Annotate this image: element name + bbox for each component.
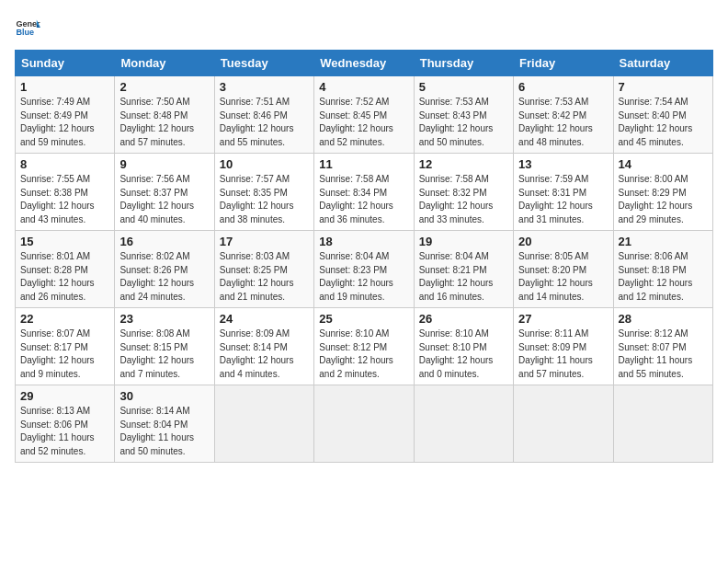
- svg-text:Blue: Blue: [16, 28, 34, 37]
- day-number: 1: [20, 80, 109, 94]
- day-number: 5: [419, 80, 508, 94]
- week-row-3: 15 Sunrise: 8:01 AMSunset: 8:28 PMDaylig…: [16, 231, 713, 308]
- weekday-header-tuesday: Tuesday: [214, 51, 313, 76]
- weekday-header-monday: Monday: [115, 51, 214, 76]
- calendar-table: SundayMondayTuesdayWednesdayThursdayFrid…: [15, 50, 713, 463]
- calendar-cell: 16 Sunrise: 8:02 AMSunset: 8:26 PMDaylig…: [115, 231, 214, 308]
- calendar-cell: 1 Sunrise: 7:49 AMSunset: 8:49 PMDayligh…: [16, 76, 115, 154]
- day-info: Sunrise: 8:13 AMSunset: 8:06 PMDaylight:…: [20, 406, 95, 456]
- day-info: Sunrise: 8:06 AMSunset: 8:18 PMDaylight:…: [619, 251, 693, 302]
- weekday-header-wednesday: Wednesday: [314, 51, 414, 76]
- week-row-2: 8 Sunrise: 7:55 AMSunset: 8:38 PMDayligh…: [16, 154, 713, 231]
- day-number: 20: [518, 235, 608, 248]
- calendar-cell: 7 Sunrise: 7:54 AMSunset: 8:40 PMDayligh…: [613, 76, 712, 154]
- calendar-cell: 27 Sunrise: 8:11 AMSunset: 8:09 PMDaylig…: [514, 308, 613, 385]
- day-number: 15: [20, 235, 109, 248]
- calendar-cell: 22 Sunrise: 8:07 AMSunset: 8:17 PMDaylig…: [16, 308, 115, 385]
- calendar-cell: 30 Sunrise: 8:14 AMSunset: 8:04 PMDaylig…: [115, 385, 214, 463]
- weekday-header-sunday: Sunday: [16, 51, 115, 76]
- day-info: Sunrise: 8:08 AMSunset: 8:15 PMDaylight:…: [119, 328, 194, 379]
- calendar-cell: [613, 385, 712, 463]
- logo-icon: General Blue: [15, 15, 40, 40]
- day-number: 17: [220, 235, 309, 248]
- day-info: Sunrise: 8:10 AMSunset: 8:10 PMDaylight:…: [419, 328, 494, 379]
- calendar-cell: 6 Sunrise: 7:53 AMSunset: 8:42 PMDayligh…: [514, 76, 613, 154]
- day-number: 8: [20, 157, 109, 171]
- week-row-4: 22 Sunrise: 8:07 AMSunset: 8:17 PMDaylig…: [16, 308, 713, 385]
- day-number: 7: [619, 80, 708, 94]
- calendar-cell: 26 Sunrise: 8:10 AMSunset: 8:10 PMDaylig…: [414, 308, 513, 385]
- day-number: 11: [319, 157, 408, 171]
- day-info: Sunrise: 7:52 AMSunset: 8:45 PMDaylight:…: [319, 97, 393, 147]
- calendar-cell: [214, 385, 313, 463]
- day-info: Sunrise: 7:51 AMSunset: 8:46 PMDaylight:…: [220, 97, 294, 147]
- weekday-header-thursday: Thursday: [414, 51, 513, 76]
- calendar-cell: 23 Sunrise: 8:08 AMSunset: 8:15 PMDaylig…: [115, 308, 214, 385]
- day-info: Sunrise: 8:01 AMSunset: 8:28 PMDaylight:…: [20, 251, 95, 302]
- day-info: Sunrise: 7:56 AMSunset: 8:37 PMDaylight:…: [119, 174, 194, 224]
- calendar-cell: 5 Sunrise: 7:53 AMSunset: 8:43 PMDayligh…: [414, 76, 513, 154]
- calendar-cell: 12 Sunrise: 7:58 AMSunset: 8:32 PMDaylig…: [414, 154, 513, 231]
- day-number: 12: [419, 157, 508, 171]
- day-number: 27: [518, 312, 608, 326]
- day-info: Sunrise: 8:11 AMSunset: 8:09 PMDaylight:…: [518, 328, 593, 379]
- week-row-5: 29 Sunrise: 8:13 AMSunset: 8:06 PMDaylig…: [16, 385, 713, 463]
- day-info: Sunrise: 8:02 AMSunset: 8:26 PMDaylight:…: [119, 251, 194, 302]
- calendar-cell: 13 Sunrise: 7:59 AMSunset: 8:31 PMDaylig…: [514, 154, 613, 231]
- calendar-cell: 9 Sunrise: 7:56 AMSunset: 8:37 PMDayligh…: [115, 154, 214, 231]
- weekday-header-friday: Friday: [514, 51, 613, 76]
- day-info: Sunrise: 8:05 AMSunset: 8:20 PMDaylight:…: [518, 251, 593, 302]
- page-header: General Blue: [15, 15, 713, 40]
- calendar-cell: [414, 385, 513, 463]
- day-info: Sunrise: 7:49 AMSunset: 8:49 PMDaylight:…: [20, 97, 95, 147]
- day-number: 25: [319, 312, 408, 326]
- day-info: Sunrise: 7:53 AMSunset: 8:43 PMDaylight:…: [419, 97, 494, 147]
- day-number: 22: [20, 312, 109, 326]
- day-number: 19: [419, 235, 508, 248]
- day-info: Sunrise: 7:53 AMSunset: 8:42 PMDaylight:…: [518, 97, 593, 147]
- day-number: 3: [220, 80, 309, 94]
- day-number: 9: [119, 157, 209, 171]
- day-number: 6: [518, 80, 608, 94]
- day-info: Sunrise: 7:50 AMSunset: 8:48 PMDaylight:…: [119, 97, 194, 147]
- calendar-cell: 8 Sunrise: 7:55 AMSunset: 8:38 PMDayligh…: [16, 154, 115, 231]
- calendar-cell: 10 Sunrise: 7:57 AMSunset: 8:35 PMDaylig…: [214, 154, 313, 231]
- calendar-cell: 17 Sunrise: 8:03 AMSunset: 8:25 PMDaylig…: [214, 231, 313, 308]
- week-row-1: 1 Sunrise: 7:49 AMSunset: 8:49 PMDayligh…: [16, 76, 713, 154]
- calendar-cell: 21 Sunrise: 8:06 AMSunset: 8:18 PMDaylig…: [613, 231, 712, 308]
- day-info: Sunrise: 8:04 AMSunset: 8:21 PMDaylight:…: [419, 251, 494, 302]
- day-number: 23: [119, 312, 209, 326]
- calendar-cell: 4 Sunrise: 7:52 AMSunset: 8:45 PMDayligh…: [314, 76, 414, 154]
- day-number: 4: [319, 80, 408, 94]
- calendar-cell: 28 Sunrise: 8:12 AMSunset: 8:07 PMDaylig…: [613, 308, 712, 385]
- day-number: 13: [518, 157, 608, 171]
- calendar-cell: 19 Sunrise: 8:04 AMSunset: 8:21 PMDaylig…: [414, 231, 513, 308]
- calendar-cell: 11 Sunrise: 7:58 AMSunset: 8:34 PMDaylig…: [314, 154, 414, 231]
- day-number: 29: [20, 389, 109, 403]
- day-number: 2: [119, 80, 209, 94]
- day-info: Sunrise: 8:09 AMSunset: 8:14 PMDaylight:…: [220, 328, 294, 379]
- calendar-cell: 3 Sunrise: 7:51 AMSunset: 8:46 PMDayligh…: [214, 76, 313, 154]
- calendar-cell: 24 Sunrise: 8:09 AMSunset: 8:14 PMDaylig…: [214, 308, 313, 385]
- day-info: Sunrise: 8:04 AMSunset: 8:23 PMDaylight:…: [319, 251, 393, 302]
- day-info: Sunrise: 8:14 AMSunset: 8:04 PMDaylight:…: [119, 406, 194, 456]
- day-number: 10: [220, 157, 309, 171]
- day-number: 18: [319, 235, 408, 248]
- day-number: 21: [619, 235, 708, 248]
- day-info: Sunrise: 7:58 AMSunset: 8:32 PMDaylight:…: [419, 174, 494, 224]
- day-number: 30: [119, 389, 209, 403]
- day-info: Sunrise: 8:12 AMSunset: 8:07 PMDaylight:…: [619, 328, 693, 379]
- day-info: Sunrise: 8:10 AMSunset: 8:12 PMDaylight:…: [319, 328, 393, 379]
- day-number: 24: [220, 312, 309, 326]
- calendar-cell: 25 Sunrise: 8:10 AMSunset: 8:12 PMDaylig…: [314, 308, 414, 385]
- calendar-cell: 15 Sunrise: 8:01 AMSunset: 8:28 PMDaylig…: [16, 231, 115, 308]
- calendar-cell: [514, 385, 613, 463]
- calendar-cell: 2 Sunrise: 7:50 AMSunset: 8:48 PMDayligh…: [115, 76, 214, 154]
- day-number: 26: [419, 312, 508, 326]
- logo: General Blue: [15, 15, 40, 40]
- day-info: Sunrise: 8:00 AMSunset: 8:29 PMDaylight:…: [619, 174, 693, 224]
- day-number: 28: [619, 312, 708, 326]
- day-info: Sunrise: 7:58 AMSunset: 8:34 PMDaylight:…: [319, 174, 393, 224]
- day-number: 14: [619, 157, 708, 171]
- calendar-cell: 14 Sunrise: 8:00 AMSunset: 8:29 PMDaylig…: [613, 154, 712, 231]
